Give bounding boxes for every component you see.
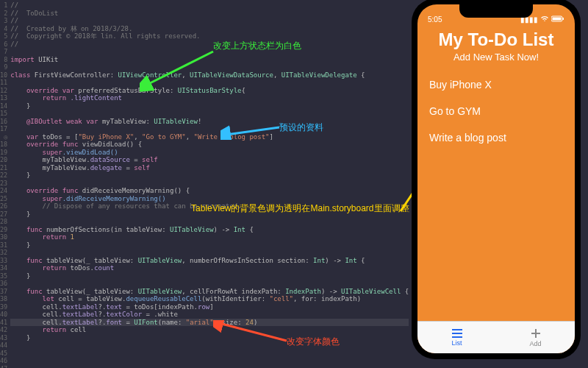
list-item[interactable]: Buy iPhone X [429,71,563,98]
tab-label: Add [529,340,541,347]
tab-add[interactable]: Add [496,322,575,353]
svg-rect-9 [553,18,562,21]
app-subtitle: Add New Task Now! [417,52,575,63]
list-icon [451,328,464,339]
app-header: My To-Do List Add New Task Now! [417,25,575,70]
tab-bar: List Add [417,321,575,353]
tab-label: List [451,339,462,347]
code-area[interactable]: // // ToDoList // // Created by 林 on 201… [10,0,409,368]
phone-notch [459,4,533,18]
iphone-simulator: 5:05 ▮▮▮▮ My To-Do List Add New Task Now… [412,0,581,359]
svg-rect-10 [563,18,564,20]
status-time: 5:05 [428,15,442,24]
current-line: cell.textLabel?.font = UIFont(name: "ari… [10,319,409,327]
tab-list[interactable]: List [417,322,496,353]
battery-icon [551,15,564,24]
code-editor[interactable]: 1234567891011121314151617◎18192021222324… [0,0,408,368]
list-item[interactable]: Go to GYM [429,98,563,124]
app-title: My To-Do List [417,29,575,50]
list-item[interactable]: Write a blog post [429,124,563,151]
wifi-icon [540,15,549,24]
plus-icon [530,328,542,339]
line-gutter: 1234567891011121314151617◎18192021222324… [0,0,10,368]
todo-list[interactable]: Buy iPhone X Go to GYM Write a blog post [417,70,575,321]
phone-screen[interactable]: 5:05 ▮▮▮▮ My To-Do List Add New Task Now… [417,4,575,353]
